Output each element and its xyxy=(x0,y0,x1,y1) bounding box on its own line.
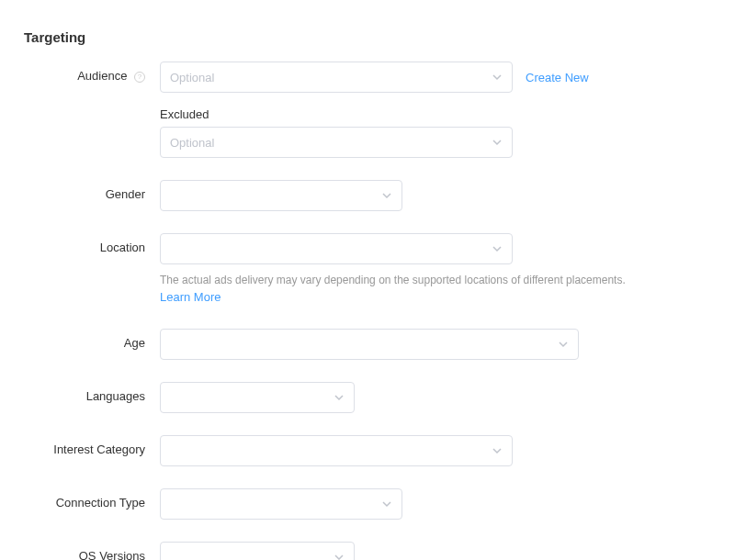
languages-controls xyxy=(160,382,713,413)
languages-label: Languages xyxy=(22,382,160,403)
gender-select[interactable] xyxy=(160,180,402,211)
section-title: Targeting xyxy=(24,29,713,45)
os-versions-row: OS Versions xyxy=(22,542,713,561)
age-label: Age xyxy=(22,329,160,350)
audience-label: Audience ? xyxy=(22,62,160,83)
chevron-down-icon xyxy=(334,552,345,561)
location-hint-block: The actual ads delivery may vary dependi… xyxy=(160,272,713,307)
chevron-down-icon xyxy=(492,137,503,148)
connection-type-controls xyxy=(160,488,713,520)
location-controls: The actual ads delivery may vary dependi… xyxy=(160,233,713,307)
learn-more-link[interactable]: Learn More xyxy=(160,290,220,304)
location-label: Location xyxy=(22,233,160,254)
interest-category-select[interactable] xyxy=(160,435,513,466)
chevron-down-icon xyxy=(492,445,503,456)
gender-row: Gender xyxy=(22,180,713,211)
chevron-down-icon xyxy=(558,339,569,350)
location-hint: The actual ads delivery may vary dependi… xyxy=(160,274,626,286)
help-icon[interactable]: ? xyxy=(134,72,145,83)
audience-controls: Optional Create New Excluded Optional xyxy=(160,62,713,158)
location-select[interactable] xyxy=(160,233,513,264)
location-row: Location The actual ads delivery may var… xyxy=(22,233,713,307)
os-versions-controls xyxy=(160,542,713,561)
audience-select-row: Optional Create New xyxy=(160,62,713,93)
targeting-section: Targeting Audience ? Optional Create New… xyxy=(22,29,713,560)
excluded-audience-select[interactable]: Optional xyxy=(160,127,513,158)
gender-label: Gender xyxy=(22,180,160,201)
age-row: Age xyxy=(22,329,713,360)
languages-row: Languages xyxy=(22,382,713,413)
connection-type-select[interactable] xyxy=(160,488,402,520)
create-new-link[interactable]: Create New xyxy=(526,71,589,84)
os-versions-label: OS Versions xyxy=(22,542,160,561)
excluded-placeholder: Optional xyxy=(170,136,214,150)
chevron-down-icon xyxy=(334,392,345,403)
age-controls xyxy=(160,329,713,360)
excluded-label: Excluded xyxy=(160,107,713,121)
interest-category-row: Interest Category xyxy=(22,435,713,466)
connection-type-row: Connection Type xyxy=(22,488,713,520)
audience-placeholder: Optional xyxy=(170,71,214,84)
chevron-down-icon xyxy=(492,72,503,83)
connection-type-label: Connection Type xyxy=(22,488,160,510)
os-versions-select[interactable] xyxy=(160,542,355,561)
audience-label-text: Audience xyxy=(77,69,127,83)
chevron-down-icon xyxy=(381,190,392,201)
chevron-down-icon xyxy=(381,498,392,510)
languages-select[interactable] xyxy=(160,382,355,413)
gender-controls xyxy=(160,180,713,211)
interest-category-controls xyxy=(160,435,713,466)
audience-row: Audience ? Optional Create New Excluded … xyxy=(22,62,713,158)
age-select[interactable] xyxy=(160,329,579,360)
chevron-down-icon xyxy=(492,243,503,254)
audience-select[interactable]: Optional xyxy=(160,62,513,93)
interest-category-label: Interest Category xyxy=(22,435,160,456)
